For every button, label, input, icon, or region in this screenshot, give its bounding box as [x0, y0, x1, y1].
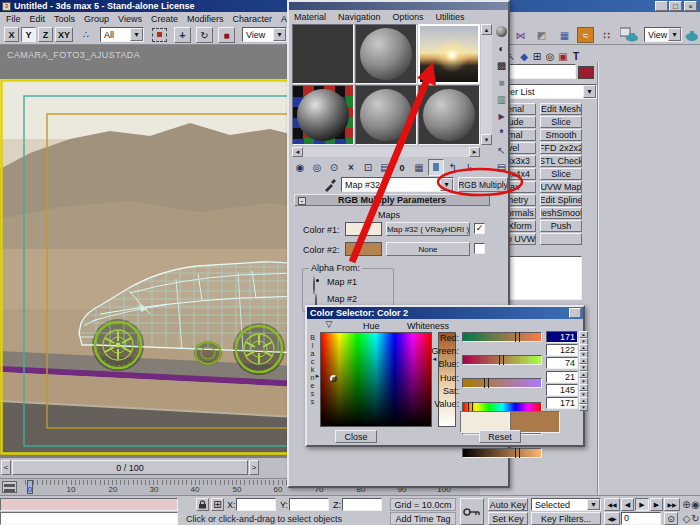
- tab-hierarchy[interactable]: ⊞: [531, 50, 543, 62]
- menu-utilities[interactable]: Utilities: [436, 12, 465, 22]
- previous-frame-button[interactable]: ◀: [621, 498, 634, 511]
- modifier-button[interactable]: Slice: [540, 168, 582, 180]
- axis-y-button[interactable]: Y: [21, 27, 36, 42]
- sample-type-icon[interactable]: [494, 24, 509, 39]
- tab-utilities[interactable]: T: [570, 50, 582, 62]
- layer-manager-icon[interactable]: ▦: [556, 27, 573, 43]
- green-spinner[interactable]: ▴▾: [579, 344, 588, 356]
- menu-group[interactable]: Group: [84, 14, 109, 24]
- chevron-down-icon[interactable]: ▾: [130, 28, 143, 41]
- video-color-check-icon[interactable]: ▥: [494, 92, 509, 107]
- green-value[interactable]: 122: [546, 344, 578, 356]
- chevron-down-icon[interactable]: ▾: [273, 28, 286, 41]
- selection-filter-dropdown[interactable]: All ▾: [100, 27, 144, 42]
- backlight-icon[interactable]: ◐: [494, 41, 509, 56]
- menu-views[interactable]: Views: [118, 14, 142, 24]
- hue-value[interactable]: 21: [546, 371, 578, 383]
- set-key-button[interactable]: Set Key: [488, 512, 528, 525]
- time-slider-next[interactable]: >: [249, 460, 259, 475]
- axis-x-button[interactable]: X: [4, 27, 19, 42]
- quick-render-icon[interactable]: [685, 27, 699, 43]
- slot-vertical-scrollbar[interactable]: ▲ ▼: [481, 24, 492, 145]
- chevron-down-icon[interactable]: ▾: [583, 85, 596, 98]
- auto-key-button[interactable]: Auto Key: [488, 498, 528, 511]
- color1-swatch[interactable]: [345, 222, 382, 236]
- sample-slot-1[interactable]: [292, 24, 354, 84]
- modifier-button[interactable]: [540, 233, 582, 245]
- alpha-map2-label[interactable]: Map #2: [327, 294, 357, 304]
- material-type-button[interactable]: RGB Multiply: [458, 177, 508, 192]
- sample-slot-5[interactable]: [355, 85, 417, 145]
- show-map-in-viewport-icon[interactable]: ▦: [411, 159, 427, 176]
- rollout-header[interactable]: - RGB Multiply Parameters: [294, 194, 490, 206]
- slot-horizontal-scrollbar[interactable]: ◄ ►: [292, 147, 480, 157]
- absolute-offset-mode-icon[interactable]: ⊞: [211, 498, 224, 511]
- chevron-down-icon[interactable]: ▾: [668, 28, 681, 41]
- rollout-collapse-icon[interactable]: -: [298, 197, 306, 205]
- time-configuration-icon[interactable]: ⊙: [664, 512, 678, 525]
- tab-modify[interactable]: ◆: [518, 50, 530, 62]
- menu-modifiers[interactable]: Modifiers: [187, 14, 224, 24]
- time-slider-handle[interactable]: 0 / 100: [12, 460, 248, 475]
- get-material-icon[interactable]: ◉: [292, 159, 308, 176]
- scroll-up-icon[interactable]: ▲: [481, 24, 492, 35]
- pan-icon[interactable]: ◇: [682, 512, 691, 525]
- menu-options[interactable]: Options: [393, 12, 424, 22]
- go-to-parent-icon[interactable]: ↰: [445, 159, 461, 176]
- align-icon[interactable]: ◩: [533, 27, 550, 43]
- minimize-button[interactable]: _: [655, 1, 668, 11]
- spinner-snap-icon[interactable]: ∴: [78, 27, 94, 42]
- modifier-button[interactable]: STL Check: [540, 155, 582, 167]
- set-key-mode-button[interactable]: [460, 498, 484, 525]
- tab-motion[interactable]: ◎: [544, 50, 556, 62]
- go-to-start-button[interactable]: ◀◀: [604, 498, 620, 511]
- menu-tools[interactable]: Tools: [54, 14, 75, 24]
- sample-slot-4[interactable]: [292, 85, 354, 145]
- sample-uv-tiling-icon[interactable]: ■: [494, 75, 509, 90]
- red-slider[interactable]: [462, 332, 542, 342]
- menu-file[interactable]: File: [6, 14, 21, 24]
- modifier-button[interactable]: UVW Map: [540, 181, 582, 193]
- pick-material-eyedropper-icon[interactable]: [323, 178, 336, 191]
- modifier-button[interactable]: Edit Spline: [540, 194, 582, 206]
- assign-material-icon[interactable]: ⊙: [326, 159, 342, 176]
- make-unique-icon[interactable]: ⊡: [360, 159, 376, 176]
- sample-slot-3-active[interactable]: [418, 24, 480, 84]
- key-mode-toggle[interactable]: ◀▶: [604, 512, 620, 525]
- coord-x-field[interactable]: [236, 498, 276, 511]
- modifier-button[interactable]: MeshSmooth: [540, 207, 582, 219]
- tab-display[interactable]: ▣: [557, 50, 569, 62]
- scroll-left-icon[interactable]: ◄: [292, 147, 303, 157]
- modifier-button[interactable]: Edit Mesh: [540, 103, 582, 115]
- material-effects-channel-icon[interactable]: 0: [394, 159, 410, 176]
- sample-slot-2[interactable]: [355, 24, 417, 84]
- key-filters-button[interactable]: Key Filters...: [531, 512, 601, 525]
- add-time-tag[interactable]: Add Time Tag: [390, 512, 456, 525]
- red-spinner[interactable]: ▴▾: [579, 331, 588, 343]
- material-editor-title-bar[interactable]: [289, 2, 508, 10]
- background-icon[interactable]: ▩: [494, 58, 509, 73]
- schematic-view-icon[interactable]: ∷: [598, 27, 615, 43]
- alpha-map1-radio[interactable]: [313, 276, 315, 295]
- render-scene-icon[interactable]: [620, 27, 640, 43]
- color2-map-checkbox[interactable]: [474, 243, 485, 254]
- maxscript-mini-listener[interactable]: [0, 498, 178, 511]
- sample-slot-6[interactable]: [418, 85, 480, 145]
- hue-spinner[interactable]: ▴▾: [579, 371, 588, 383]
- show-end-result-icon[interactable]: Ⅲ: [428, 159, 444, 176]
- zoom-extents-icon[interactable]: ◉: [691, 498, 700, 511]
- arc-rotate-icon[interactable]: ↻: [691, 512, 700, 525]
- coord-y-field[interactable]: [289, 498, 329, 511]
- curve-editor-icon[interactable]: ≈: [577, 27, 594, 43]
- value-value[interactable]: 171: [546, 397, 578, 409]
- color2-map-button[interactable]: None: [386, 242, 470, 256]
- maximize-button[interactable]: □: [669, 1, 682, 11]
- material-map-navigator-icon[interactable]: ▤: [494, 160, 509, 175]
- menu-character[interactable]: Character: [232, 14, 272, 24]
- render-type-dropdown[interactable]: View ▾: [644, 27, 682, 42]
- sat-spinner[interactable]: ▴▾: [579, 384, 588, 396]
- color2-swatch[interactable]: [345, 242, 382, 256]
- menu-material[interactable]: Material: [294, 12, 326, 22]
- modifier-button[interactable]: Smooth: [540, 129, 582, 141]
- axis-xy-button[interactable]: XY: [55, 27, 73, 42]
